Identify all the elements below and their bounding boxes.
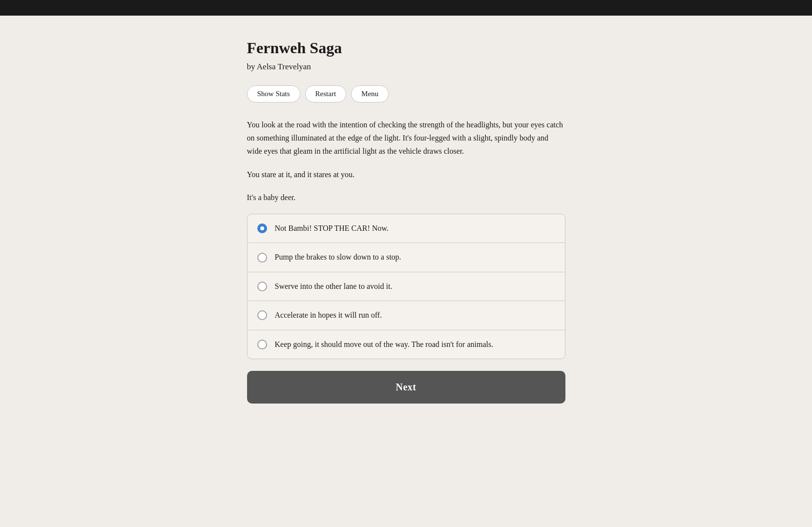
- content-wrapper: Fernweh Saga by Aelsa Trevelyan Show Sta…: [235, 16, 577, 433]
- choice-text-4: Accelerate in hopes it will run off.: [275, 310, 382, 321]
- game-author: by Aelsa Trevelyan: [247, 62, 565, 72]
- game-title: Fernweh Saga: [247, 39, 565, 57]
- restart-button[interactable]: Restart: [305, 85, 347, 102]
- narrative-paragraph-3: It's a baby deer.: [247, 191, 565, 204]
- radio-2: [257, 253, 267, 263]
- top-bar: [0, 0, 812, 16]
- choice-text-3: Swerve into the other lane to avoid it.: [275, 281, 393, 292]
- next-button[interactable]: Next: [247, 371, 565, 404]
- choice-item-3[interactable]: Swerve into the other lane to avoid it.: [248, 272, 565, 301]
- choice-item-1[interactable]: Not Bambi! STOP THE CAR! Now.: [248, 214, 565, 243]
- choice-item-5[interactable]: Keep going, it should move out of the wa…: [248, 330, 565, 359]
- choice-text-2: Pump the brakes to slow down to a stop.: [275, 252, 401, 263]
- narrative-paragraph-2: You stare at it, and it stares at you.: [247, 168, 565, 181]
- toolbar: Show Stats Restart Menu: [247, 85, 565, 102]
- choice-item-4[interactable]: Accelerate in hopes it will run off.: [248, 301, 565, 330]
- choices-container: Not Bambi! STOP THE CAR! Now. Pump the b…: [247, 214, 565, 359]
- radio-4: [257, 310, 267, 320]
- radio-5: [257, 340, 267, 349]
- choice-item-2[interactable]: Pump the brakes to slow down to a stop.: [248, 243, 565, 272]
- narrative-paragraph-1: You look at the road with the intention …: [247, 118, 565, 158]
- choice-text-5: Keep going, it should move out of the wa…: [275, 339, 494, 350]
- radio-1: [257, 223, 267, 233]
- choice-text-1: Not Bambi! STOP THE CAR! Now.: [275, 223, 389, 234]
- show-stats-button[interactable]: Show Stats: [247, 85, 300, 102]
- radio-3: [257, 282, 267, 291]
- menu-button[interactable]: Menu: [351, 85, 389, 102]
